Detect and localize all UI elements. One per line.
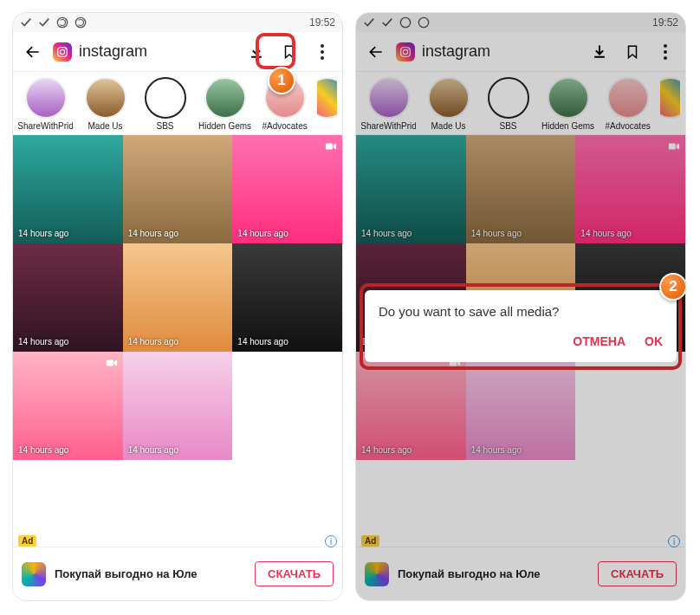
checkmark-icon (20, 16, 32, 29)
ad-install-button[interactable]: СКАЧАТЬ (255, 561, 334, 586)
avatar (204, 77, 246, 119)
video-icon (106, 357, 118, 372)
dialog-message: Do you want to save all media? (379, 304, 663, 319)
viber-icon (418, 16, 430, 29)
media-tile[interactable]: 14 hours ago (123, 352, 233, 460)
viber-icon (399, 16, 412, 29)
svg-point-4 (65, 49, 66, 49)
avatar (145, 77, 186, 119)
more-button[interactable] (309, 39, 335, 65)
svg-rect-2 (58, 47, 68, 56)
story-label: Made Us (88, 121, 123, 131)
story-label: #ShareWithPride (18, 121, 73, 131)
status-time: 19:52 (309, 16, 335, 29)
ad-app-icon (365, 562, 389, 586)
svg-rect-9 (401, 47, 411, 56)
story-item[interactable]: SBS (481, 77, 535, 131)
svg-rect-6 (107, 360, 113, 366)
video-icon (668, 140, 680, 155)
ad-badge: Ad (361, 535, 379, 547)
callout-1: 1 (268, 67, 295, 94)
dialog-ok-button[interactable]: OK (645, 334, 663, 348)
more-button[interactable] (652, 39, 678, 65)
story-item[interactable]: #ShareWithPride (361, 77, 416, 131)
story-item[interactable]: Made Us (78, 77, 133, 131)
story-item[interactable] (317, 77, 337, 131)
ad-text: Покупай выгодно на Юле (55, 567, 246, 580)
story-item[interactable] (660, 77, 680, 131)
svg-point-3 (60, 49, 64, 54)
avatar (85, 77, 126, 119)
story-item[interactable]: Hidden Gems (198, 77, 252, 131)
media-grid: 14 hours ago 14 hours ago 14 hours ago 1… (356, 135, 685, 600)
page-title: instagram (422, 42, 580, 61)
ad-banner[interactable]: Ad i Покупай выгодно на Юле СКАЧАТЬ (356, 547, 685, 600)
status-bar: 19:52 (13, 13, 342, 32)
page-title: instagram (79, 42, 237, 61)
story-label: #Advocates (262, 121, 307, 131)
story-item[interactable]: Made Us (421, 77, 476, 131)
status-time: 19:52 (652, 16, 678, 29)
media-tile[interactable]: 14 hours ago (123, 243, 233, 352)
svg-point-10 (403, 49, 407, 54)
media-tile[interactable]: 14 hours ago (466, 352, 576, 460)
ad-info-icon[interactable]: i (325, 535, 337, 547)
screenshot-left: 19:52 instagram #ShareWithPride Made Us … (12, 12, 343, 601)
ad-text: Покупай выгодно на Юле (398, 567, 589, 580)
media-tile[interactable]: 14 hours ago (232, 243, 342, 352)
story-item[interactable]: SBS (138, 77, 192, 131)
callout-2: 2 (659, 273, 686, 301)
instagram-logo-icon (396, 42, 415, 62)
avatar (25, 77, 67, 119)
screenshot-right: 19:52 instagram #ShareWithPride Made Us … (355, 12, 686, 601)
media-tile[interactable]: 14 hours ago (356, 352, 466, 460)
ad-info-icon[interactable]: i (668, 535, 680, 547)
ad-badge: Ad (18, 535, 36, 547)
media-tile[interactable]: 14 hours ago (466, 135, 576, 243)
more-icon (321, 44, 324, 60)
svg-point-8 (418, 17, 428, 27)
bookmark-button[interactable] (276, 39, 302, 65)
svg-point-7 (400, 17, 410, 27)
story-item[interactable]: Hidden Gems (541, 77, 595, 131)
stories-row: #ShareWithPride Made Us SBS Hidden Gems … (356, 72, 685, 135)
ad-app-icon (22, 562, 46, 586)
toolbar: instagram (13, 32, 342, 72)
media-tile[interactable]: 14 hours ago (232, 135, 342, 243)
back-button[interactable] (20, 39, 46, 65)
viber-icon (75, 16, 87, 29)
svg-rect-5 (326, 144, 333, 150)
download-button[interactable] (587, 39, 612, 65)
more-icon (664, 44, 667, 60)
media-tile[interactable]: 14 hours ago (356, 135, 466, 243)
story-label: SBS (157, 121, 174, 131)
media-tile[interactable]: 14 hours ago (123, 135, 233, 243)
svg-point-11 (408, 49, 409, 49)
checkmark-icon (38, 16, 50, 29)
back-button[interactable] (363, 39, 389, 65)
instagram-logo-icon (53, 42, 72, 62)
toolbar: instagram (356, 32, 685, 72)
video-icon (325, 140, 337, 155)
story-label: Hidden Gems (198, 121, 251, 131)
download-button[interactable] (243, 39, 269, 65)
media-tile[interactable]: 14 hours ago (13, 352, 123, 460)
confirm-dialog: Do you want to save all media? ОТМЕНА OK (365, 290, 677, 362)
dialog-cancel-button[interactable]: ОТМЕНА (573, 334, 625, 348)
story-item[interactable]: #Advocates (600, 77, 655, 131)
ad-install-button[interactable]: СКАЧАТЬ (598, 561, 677, 586)
ad-banner[interactable]: Ad i Покупай выгодно на Юле СКАЧАТЬ (13, 547, 342, 600)
svg-rect-12 (669, 144, 676, 150)
story-item[interactable]: #ShareWithPride (18, 77, 73, 131)
viber-icon (56, 16, 68, 29)
bookmark-button[interactable] (619, 39, 645, 65)
media-grid[interactable]: 14 hours ago 14 hours ago 14 hours ago 1… (13, 135, 342, 600)
checkmark-icon (381, 16, 393, 29)
avatar (317, 77, 337, 119)
media-tile[interactable]: 14 hours ago (13, 135, 123, 243)
checkmark-icon (363, 16, 375, 29)
status-bar: 19:52 (356, 13, 685, 32)
media-tile[interactable]: 14 hours ago (13, 243, 123, 352)
media-tile[interactable]: 14 hours ago (575, 135, 685, 243)
